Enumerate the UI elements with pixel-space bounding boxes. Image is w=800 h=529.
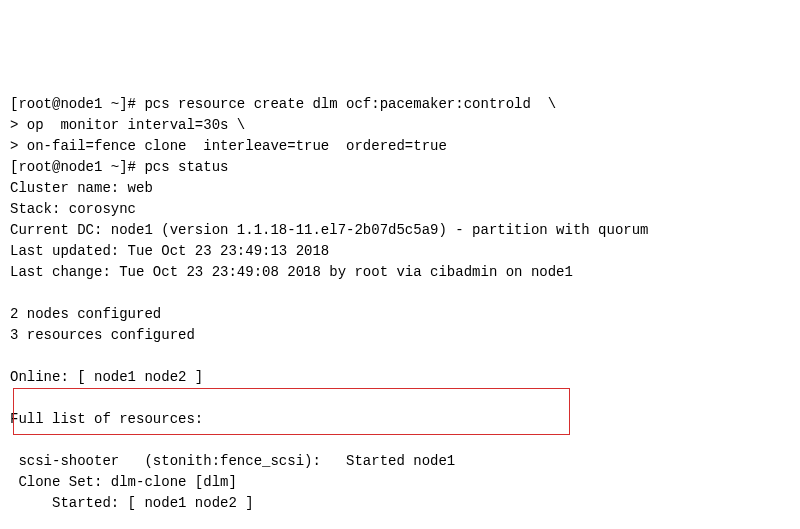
line: scsi-shooter (stonith:fence_scsi): Start… xyxy=(10,453,455,469)
line: [root@node1 ~]# pcs resource create dlm … xyxy=(10,96,556,112)
line: Clone Set: dlm-clone [dlm] xyxy=(10,474,237,490)
line: Online: [ node1 node2 ] xyxy=(10,369,203,385)
line: Cluster name: web xyxy=(10,180,153,196)
line: Started: [ node1 node2 ] xyxy=(10,495,254,511)
line: > op monitor interval=30s \ xyxy=(10,117,245,133)
line: Stack: corosync xyxy=(10,201,136,217)
line: Current DC: node1 (version 1.1.18-11.el7… xyxy=(10,222,649,238)
line: [root@node1 ~]# pcs status xyxy=(10,159,228,175)
line: > on-fail=fence clone interleave=true or… xyxy=(10,138,447,154)
line: 3 resources configured xyxy=(10,327,195,343)
line: Full list of resources: xyxy=(10,411,203,427)
line: Last updated: Tue Oct 23 23:49:13 2018 xyxy=(10,243,329,259)
line: 2 nodes configured xyxy=(10,306,161,322)
line: Last change: Tue Oct 23 23:49:08 2018 by… xyxy=(10,264,573,280)
terminal-output: [root@node1 ~]# pcs resource create dlm … xyxy=(10,94,790,529)
